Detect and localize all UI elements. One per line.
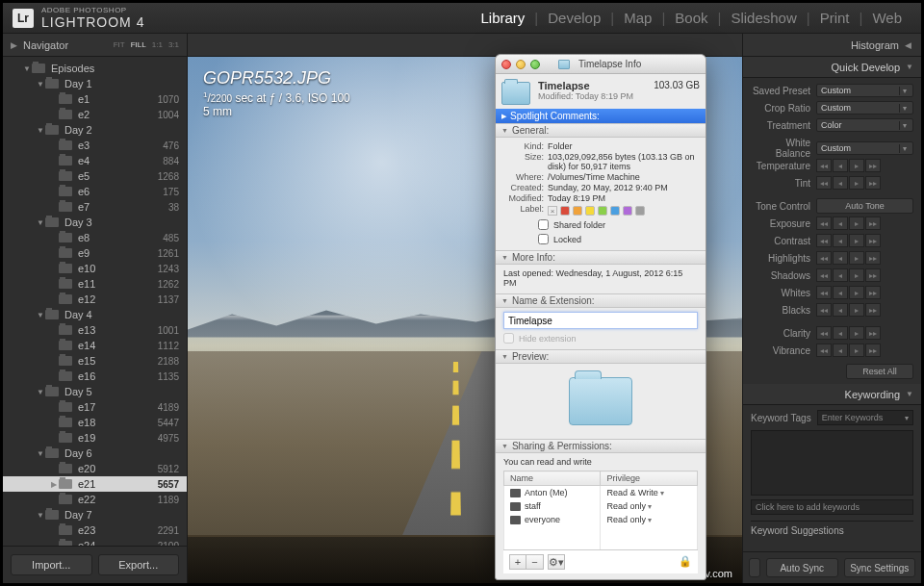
module-library[interactable]: Library [471,10,534,26]
folder-row[interactable]: ▼Episodes [3,61,187,76]
label-color[interactable] [560,206,570,216]
folder-row[interactable]: e205912 [3,461,187,476]
folder-row[interactable]: ▶e215657 [3,476,187,492]
folder-row[interactable]: e194975 [3,430,187,446]
label-color[interactable] [610,206,620,216]
disclosure-icon[interactable]: ▼ [36,449,45,458]
label-color-picker[interactable]: × [548,206,698,216]
folder-row[interactable]: ▼Day 7 [3,507,187,522]
close-icon[interactable] [501,60,511,69]
folder-row[interactable]: e161135 [3,369,187,384]
keywords-textarea[interactable] [751,430,913,496]
zoom-icon[interactable] [530,60,540,69]
add-user-button[interactable]: + [509,554,526,570]
highlights-nudge[interactable]: ◂◂◂▸▸▸ [816,251,881,265]
folder-row[interactable]: e51268 [3,168,187,184]
permission-row[interactable]: staffRead only [504,499,698,513]
preview-section-header[interactable]: ▼Preview: [496,349,706,364]
folder-row[interactable]: ▼Day 2 [3,122,187,138]
folder-row[interactable]: e232291 [3,522,187,538]
export-button[interactable]: Export... [98,554,180,575]
zoom-mode-1:1[interactable]: 1:1 [152,40,163,49]
folder-row[interactable]: e738 [3,199,187,215]
module-slideshow[interactable]: Slideshow [721,10,806,26]
import-button[interactable]: Import... [11,554,92,575]
privilege-select[interactable]: Read only [601,499,698,513]
mac-get-info-window[interactable]: Timelapse Info Timelapse Modified: Today… [495,54,706,580]
zoom-mode-fill[interactable]: FILL [131,40,146,49]
white-balance-select[interactable]: Custom▾ [816,141,913,155]
module-map[interactable]: Map [614,10,661,26]
treatment-select[interactable]: Color▾ [816,118,913,132]
folder-row[interactable]: ▼Day 1 [3,76,187,91]
add-keyword-input[interactable]: Click here to add keywords [751,499,913,515]
blacks-nudge[interactable]: ◂◂◂▸▸▸ [816,303,881,317]
disclosure-icon[interactable]: ▼ [36,218,45,227]
folder-row[interactable]: e4884 [3,153,187,168]
quick-develop-header[interactable]: Quick Develop▼ [743,57,921,78]
keywording-header[interactable]: Keywording▼ [743,384,921,405]
folder-row[interactable]: ▼Day 4 [3,307,187,322]
general-section-header[interactable]: ▼General: [496,123,706,138]
clarity-nudge[interactable]: ◂◂◂▸▸▸ [816,326,881,340]
folder-row[interactable]: e131001 [3,322,187,338]
permissions-action-menu[interactable]: ⚙▾ [548,554,565,570]
folder-row[interactable]: e221189 [3,492,187,507]
folder-row[interactable]: e111262 [3,276,187,292]
folder-row[interactable]: e121137 [3,292,187,307]
folder-row[interactable]: e152188 [3,353,187,369]
disclosure-icon[interactable]: ▼ [36,311,45,319]
histogram-panel-header[interactable]: Histogram ◀ [742,34,921,56]
privilege-select[interactable]: Read & Write [601,486,698,500]
zoom-mode-3:1[interactable]: 3:1 [168,40,179,49]
label-color[interactable] [573,206,582,216]
folder-row[interactable]: e3476 [3,138,187,153]
saved-preset-select[interactable]: Custom▾ [816,84,913,97]
spotlight-comments-header[interactable]: ▶Spotlight Comments: [496,109,706,123]
locked-checkbox[interactable] [538,234,549,244]
auto-sync-button[interactable]: Auto Sync [766,558,838,577]
label-color[interactable] [585,206,595,216]
mac-window-titlebar[interactable]: Timelapse Info [496,55,706,74]
folder-row[interactable]: e8485 [3,230,187,245]
shadows-nudge[interactable]: ◂◂◂▸▸▸ [816,268,881,282]
crop-ratio-select[interactable]: Custom▾ [816,101,913,115]
tint-nudge[interactable]: ◂◂◂▸▸▸ [816,176,881,190]
temperature-nudge[interactable]: ◂◂◂▸▸▸ [816,159,881,172]
folder-row[interactable]: e6175 [3,184,187,199]
permission-row[interactable]: Anton (Me)Read & Write [504,486,698,500]
contrast-nudge[interactable]: ◂◂◂▸▸▸ [816,234,881,247]
auto-tone-button[interactable]: Auto Tone [816,198,913,214]
folder-row[interactable]: e101243 [3,261,187,276]
disclosure-icon[interactable]: ▼ [36,388,45,396]
folder-row[interactable]: e11070 [3,91,187,107]
exposure-nudge[interactable]: ◂◂◂▸▸▸ [816,217,881,230]
label-none[interactable]: × [548,206,557,216]
navigator-panel-header[interactable]: ▶ Navigator FITFILL1:13:1 [3,34,188,56]
folder-row[interactable]: e185447 [3,415,187,430]
name-extension-section-header[interactable]: ▼Name & Extension: [496,293,706,308]
remove-user-button[interactable]: − [526,554,544,570]
disclosure-icon[interactable]: ▼ [36,511,45,520]
more-info-section-header[interactable]: ▼More Info: [496,250,706,265]
disclosure-icon[interactable]: ▼ [36,126,45,135]
autosync-toggle[interactable] [749,558,760,577]
lock-icon[interactable]: 🔒 [679,555,692,569]
label-color[interactable] [598,206,607,216]
folder-row[interactable]: ▼Day 5 [3,384,187,399]
disclosure-icon[interactable]: ▼ [22,64,32,73]
sync-settings-button[interactable]: Sync Settings [844,558,916,577]
folder-row[interactable]: e141112 [3,338,187,353]
vibrance-nudge[interactable]: ◂◂◂▸▸▸ [816,344,881,357]
disclosure-icon[interactable]: ▼ [36,80,45,89]
module-develop[interactable]: Develop [538,10,610,26]
folder-row[interactable]: e91261 [3,245,187,261]
minimize-icon[interactable] [516,60,526,69]
folder-row[interactable]: ▼Day 6 [3,446,187,461]
sharing-permissions-header[interactable]: ▼Sharing & Permissions: [496,439,706,453]
label-color[interactable] [623,206,632,216]
disclosure-icon[interactable]: ▶ [49,480,59,489]
module-book[interactable]: Book [665,10,717,26]
keyword-mode-select[interactable]: Enter Keywords▾ [817,410,913,425]
module-print[interactable]: Print [810,10,860,26]
